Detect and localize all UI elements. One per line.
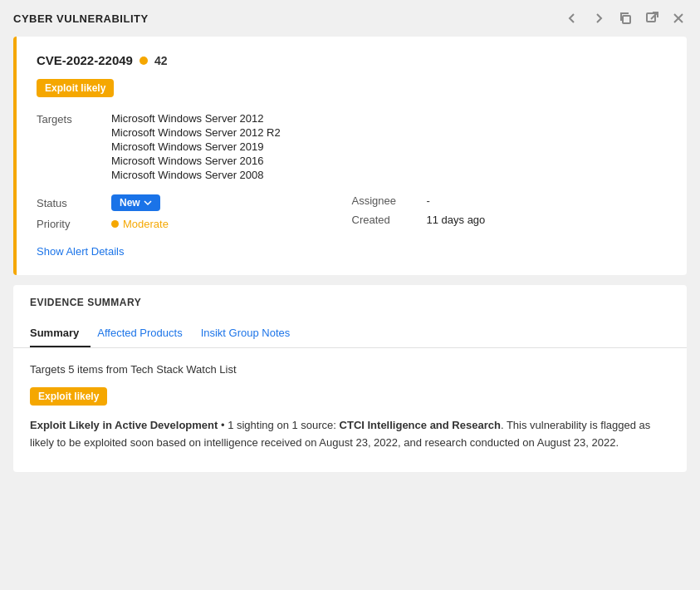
exploit-bold: Exploit Likely in Active Development xyxy=(30,419,218,431)
targets-section: Targets Microsoft Windows Server 2012 Mi… xyxy=(37,112,667,181)
evidence-exploit-badge: Exploit likely xyxy=(30,387,107,406)
target-3: Microsoft Windows Server 2019 xyxy=(111,140,281,153)
target-2: Microsoft Windows Server 2012 R2 xyxy=(111,126,281,139)
tab-affected-products[interactable]: Affected Products xyxy=(97,320,193,347)
vuln-card: CVE-2022-22049 42 Exploit likely Targets… xyxy=(13,37,687,275)
evidence-body: Targets 5 items from Tech Stack Watch Li… xyxy=(13,348,687,472)
forward-button[interactable] xyxy=(590,10,607,27)
evidence-middle: • 1 sighting on 1 source: xyxy=(218,419,339,431)
created-label: Created xyxy=(352,214,427,226)
open-external-button[interactable] xyxy=(644,10,660,27)
score-dot-icon xyxy=(140,57,148,65)
priority-dot-icon xyxy=(111,220,119,228)
status-dropdown[interactable]: New xyxy=(111,194,160,211)
evidence-section: EVIDENCE SUMMARY Summary Affected Produc… xyxy=(13,285,687,472)
created-row: Created 11 days ago xyxy=(352,214,668,226)
evidence-description: Exploit Likely in Active Development • 1… xyxy=(30,417,670,452)
assignee-label: Assignee xyxy=(352,194,427,207)
tab-insikt-notes[interactable]: Insikt Group Notes xyxy=(201,320,302,347)
copy-button[interactable] xyxy=(617,10,634,27)
close-button[interactable] xyxy=(670,10,687,27)
evidence-targets-text: Targets 5 items from Tech Stack Watch Li… xyxy=(30,363,670,376)
tab-summary[interactable]: Summary xyxy=(30,320,91,347)
main-window: CYBER VULNERABILITY xyxy=(0,0,700,590)
cve-id: CVE-2022-22049 xyxy=(37,53,133,67)
titlebar: CYBER VULNERABILITY xyxy=(0,0,700,37)
assignee-value: - xyxy=(427,194,430,207)
priority-row: Priority Moderate xyxy=(37,218,352,230)
status-row: Status New xyxy=(37,194,352,211)
evidence-tabs: Summary Affected Products Insikt Group N… xyxy=(13,320,687,348)
exploit-badge: Exploit likely xyxy=(37,79,114,97)
right-meta: Assignee - Created 11 days ago xyxy=(352,194,668,230)
targets-label: Targets xyxy=(37,112,111,181)
cve-score: 42 xyxy=(154,54,168,67)
created-value: 11 days ago xyxy=(427,214,486,226)
cve-header: CVE-2022-22049 42 xyxy=(37,53,667,67)
svg-rect-1 xyxy=(647,13,655,22)
target-4: Microsoft Windows Server 2016 xyxy=(111,155,281,167)
evidence-source: CTCI Intelligence and Research xyxy=(340,419,501,431)
target-1: Microsoft Windows Server 2012 xyxy=(111,112,281,125)
status-label: Status xyxy=(37,197,111,209)
target-5: Microsoft Windows Server 2008 xyxy=(111,169,281,181)
titlebar-actions xyxy=(564,10,687,27)
targets-list: Microsoft Windows Server 2012 Microsoft … xyxy=(111,112,281,181)
priority-value: Moderate xyxy=(123,218,169,230)
assignee-row: Assignee - xyxy=(352,194,668,207)
svg-rect-0 xyxy=(623,16,630,23)
priority-label: Priority xyxy=(37,218,111,230)
content-area: CVE-2022-22049 42 Exploit likely Targets… xyxy=(0,37,700,590)
left-meta: Status New Priority Moderate xyxy=(37,194,352,230)
status-value: New xyxy=(120,197,140,209)
window-title: CYBER VULNERABILITY xyxy=(13,12,149,25)
back-button[interactable] xyxy=(564,10,580,27)
show-alert-link[interactable]: Show Alert Details xyxy=(37,245,125,258)
evidence-header: EVIDENCE SUMMARY xyxy=(13,285,687,308)
